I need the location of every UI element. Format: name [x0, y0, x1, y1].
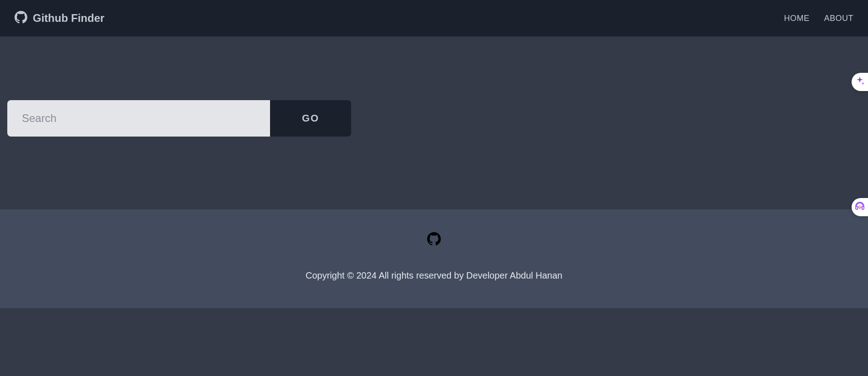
github-icon: [15, 11, 27, 25]
search-input[interactable]: [7, 100, 270, 137]
search-form: GO: [7, 100, 351, 137]
github-icon: [427, 262, 441, 270]
navbar-title: Github Finder: [33, 12, 104, 25]
sparkle-icon: [854, 76, 865, 88]
nav-link-home[interactable]: HOME: [784, 14, 809, 23]
navbar-links: HOME ABOUT: [784, 14, 853, 23]
support-widget[interactable]: [852, 198, 868, 216]
navbar: Github Finder HOME ABOUT: [0, 0, 868, 36]
headset-icon: [854, 201, 865, 213]
main-content: GO: [0, 36, 868, 209]
nav-link-about[interactable]: ABOUT: [824, 14, 853, 23]
sparkle-widget[interactable]: [852, 73, 868, 91]
footer-copyright: Copyright © 2024 All rights reserved by …: [0, 270, 868, 281]
footer: Copyright © 2024 All rights reserved by …: [0, 209, 868, 308]
search-button[interactable]: GO: [270, 100, 351, 137]
navbar-brand[interactable]: Github Finder: [15, 11, 104, 25]
